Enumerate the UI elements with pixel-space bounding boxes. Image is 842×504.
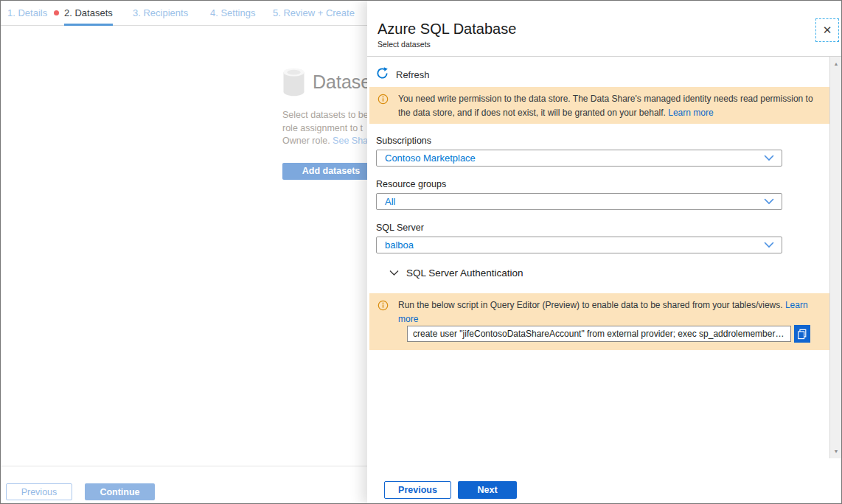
permission-learn-more-link[interactable]: Learn more: [668, 108, 713, 118]
tab-review-create-label: 5. Review + Create: [273, 7, 355, 18]
sql-server-value: balboa: [385, 239, 414, 251]
description-line-1: Select datasets to be: [282, 109, 367, 122]
subscriptions-value: Contoso Marketplace: [385, 153, 476, 164]
description-line-3-text: Owner role.: [282, 136, 333, 146]
copy-icon[interactable]: [794, 325, 810, 343]
tab-recipients[interactable]: 3. Recipients: [133, 0, 188, 26]
database-cylinder-icon: [282, 67, 305, 99]
script-banner-text: Run the below script in Query Editor (Pr…: [398, 298, 813, 326]
tab-recipients-label: 3. Recipients: [133, 7, 188, 18]
chevron-down-icon: [764, 155, 774, 161]
wizard-background-page: 1. Details 2. Datasets 3. Recipients 4. …: [0, 0, 367, 504]
datasets-description: Select datasets to be role assignment to…: [282, 109, 367, 148]
description-line-2: role assignment to t: [282, 122, 367, 136]
chevron-down-icon: [764, 198, 774, 205]
refresh-icon: [376, 67, 389, 83]
panel-header-divider: [367, 56, 842, 57]
script-info-banner: Run the below script in Query Editor (Pr…: [369, 293, 829, 350]
see-share-link[interactable]: See Sha: [333, 136, 367, 146]
sql-server-authentication-expander[interactable]: SQL Server Authentication: [389, 266, 523, 279]
tab-review-create[interactable]: 5. Review + Create: [273, 0, 355, 26]
azure-sql-database-panel: Azure SQL Database Select datasets ✕ Ref…: [367, 0, 842, 504]
refresh-label: Refresh: [396, 69, 430, 80]
panel-subtitle: Select datasets: [377, 40, 431, 49]
sql-server-field: SQL Server balboa: [376, 223, 782, 253]
refresh-button[interactable]: Refresh: [376, 65, 430, 84]
resource-groups-label: Resource groups: [376, 179, 782, 189]
description-line-3: Owner role. See Sha: [282, 135, 367, 148]
panel-title: Azure SQL Database: [377, 21, 516, 38]
tab-details[interactable]: 1. Details: [7, 0, 59, 26]
resource-groups-field: Resource groups All: [376, 179, 782, 210]
resource-groups-value: All: [385, 196, 395, 207]
close-icon[interactable]: ✕: [815, 18, 839, 42]
tab-datasets-label: 2. Datasets: [64, 7, 113, 18]
subscriptions-label: Subscriptions: [376, 136, 782, 146]
wizard-previous-button[interactable]: Previous: [6, 483, 72, 500]
subscriptions-field: Subscriptions Contoso Marketplace: [376, 136, 782, 167]
scroll-up-icon[interactable]: ▲: [830, 61, 842, 66]
tab-settings[interactable]: 4. Settings: [210, 0, 255, 26]
sql-server-dropdown[interactable]: balboa: [376, 237, 782, 253]
sql-server-label: SQL Server: [376, 223, 782, 233]
info-icon: [377, 94, 389, 108]
tab-settings-label: 4. Settings: [210, 7, 255, 18]
scroll-down-icon[interactable]: ▼: [830, 449, 842, 454]
panel-previous-button[interactable]: Previous: [384, 481, 451, 499]
wizard-tab-bar: 1. Details 2. Datasets 3. Recipients 4. …: [0, 0, 367, 26]
resource-groups-dropdown[interactable]: All: [376, 193, 782, 210]
tab-datasets[interactable]: 2. Datasets: [64, 0, 113, 26]
panel-scrollbar[interactable]: ▲ ▼: [829, 57, 842, 458]
sql-server-authentication-label: SQL Server Authentication: [406, 267, 523, 279]
wizard-footer-divider: [1, 466, 367, 466]
add-datasets-button[interactable]: Add datasets: [282, 163, 367, 180]
wizard-continue-button[interactable]: Continue: [85, 483, 155, 500]
permission-info-banner: You need write permission to the data st…: [369, 87, 829, 124]
script-banner-body: Run the below script in Query Editor (Pr…: [398, 300, 785, 310]
info-icon: [377, 300, 389, 314]
validation-error-dot: [54, 10, 59, 15]
tab-details-label: 1. Details: [7, 7, 47, 18]
chevron-down-icon: [764, 242, 774, 248]
panel-next-button[interactable]: Next: [458, 481, 517, 499]
script-text-input[interactable]: [407, 326, 791, 342]
permission-banner-text: You need write permission to the data st…: [398, 92, 820, 120]
subscriptions-dropdown[interactable]: Contoso Marketplace: [376, 150, 782, 167]
permission-banner-body: You need write permission to the data st…: [398, 94, 813, 118]
datasets-page-title: Datasets: [313, 71, 367, 93]
chevron-down-icon: [389, 266, 399, 279]
